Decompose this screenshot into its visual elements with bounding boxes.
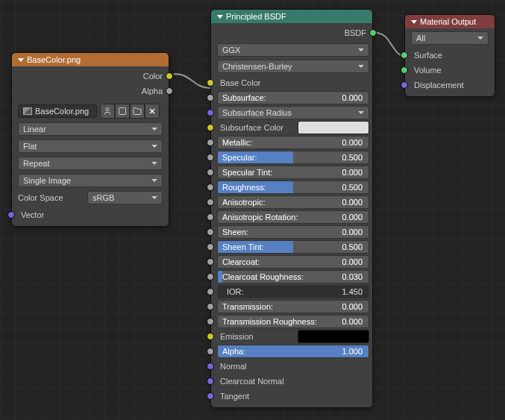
interpolation-dropdown[interactable]: Linear [18,122,163,136]
transmission-roughness-slider[interactable]: Transmission Roughness:0.000 [217,315,369,328]
chevron-down-icon [477,37,483,40]
socket-displacement-in[interactable] [401,81,408,89]
distribution-dropdown[interactable]: GGX [217,43,369,57]
socket-emission-in[interactable] [207,333,214,340]
surface-label: Surface [414,51,442,60]
image-filename: BaseColor.png [35,107,89,116]
material-output-node[interactable]: Material Output All Surface Volume Displ… [404,14,495,97]
metallic-slider[interactable]: Metallic:0.000 [217,136,369,149]
image-icon [23,107,32,115]
image-filename-field[interactable]: BaseColor.png [18,104,97,118]
clearcoat-slider[interactable]: Clearcoat:0.000 [217,255,369,269]
socket-vector-in[interactable] [7,211,15,219]
socket-bsdf-out[interactable] [369,29,377,37]
socket-specular-tint-in[interactable] [207,169,214,176]
socket-volume-in[interactable] [401,66,408,74]
socket-color-out[interactable] [166,72,173,80]
output-bsdf-row: BSDF [217,25,369,40]
projection-dropdown[interactable]: Flat [18,140,163,153]
volume-label: Volume [414,66,442,75]
alpha-slider[interactable]: Alpha:1.000 [217,345,369,358]
svg-point-0 [106,108,109,111]
node-title: Material Output [420,17,476,26]
node-title: Principled BSDF [226,12,286,21]
socket-anisotropic-rotation-in[interactable] [207,213,214,221]
subsurface-radius-dropdown[interactable]: Subsurface Radius [217,106,369,119]
subsurface-slider[interactable]: Subsurface:0.000 [217,91,369,104]
source-dropdown[interactable]: Single Image [18,174,163,187]
socket-tangent-in[interactable] [207,392,214,400]
chevron-down-icon [358,65,364,68]
displacement-label: Displacement [414,81,464,90]
socket-ior-in[interactable] [207,288,214,295]
socket-clearcoat-normal-in[interactable] [207,377,214,385]
node-title: BaseColor.png [27,55,81,64]
socket-normal-in[interactable] [207,363,214,370]
normal-label: Normal [220,362,246,371]
collapse-toggle-icon[interactable] [217,15,223,19]
anisotropic-slider[interactable]: Anisotropic:0.000 [217,195,369,209]
target-dropdown[interactable]: All [411,31,489,45]
sheen-slider[interactable]: Sheen:0.000 [217,225,369,239]
collapse-toggle-icon[interactable] [411,20,417,24]
socket-transmission-roughness-in[interactable] [207,318,214,325]
chevron-down-icon [358,111,364,114]
socket-specular-in[interactable] [207,154,214,161]
anisotropic-rotation-slider[interactable]: Anisotropic Rotation:0.000 [217,210,369,224]
socket-roughness-in[interactable] [207,184,214,191]
specular-slider[interactable]: Specular:0.500 [217,151,369,164]
socket-clearcoat-in[interactable] [207,258,214,266]
chevron-down-icon [151,145,157,148]
clearcoat-roughness-slider[interactable]: Clearcoat Roughness:0.030 [217,270,369,283]
socket-metallic-in[interactable] [207,139,214,146]
socket-subsurface-radius-in[interactable] [207,109,214,116]
principled-bsdf-node[interactable]: Principled BSDF BSDF GGX Christensen-Bur… [210,9,373,408]
colorspace-dropdown[interactable]: sRGB [87,191,163,204]
chevron-down-icon [151,179,157,182]
base-color-label: Base Color [220,78,260,87]
subsurface-color-label: Subsurface Color [217,123,283,132]
emission-color-swatch[interactable] [298,330,369,343]
subsurface-color-swatch[interactable] [298,121,369,134]
fake-user-button[interactable] [100,104,115,119]
socket-sheen-tint-in[interactable] [207,243,214,251]
chevron-down-icon [358,48,364,51]
image-texture-node[interactable]: BaseColor.png Color Alpha BaseColor.png [11,52,169,227]
node-header[interactable]: BaseColor.png [12,53,169,66]
roughness-slider[interactable]: Roughness:0.500 [217,181,369,194]
sss-method-dropdown[interactable]: Christensen-Burley [217,60,369,73]
output-bsdf-label: BSDF [345,28,366,37]
output-alpha-label: Alpha [142,87,163,95]
socket-alpha-in[interactable] [207,348,214,355]
ior-field[interactable]: IOR:1.450 [217,285,369,298]
unlink-image-button[interactable] [145,104,160,119]
node-header[interactable]: Principled BSDF [211,10,372,23]
clearcoat-normal-label: Clearcoat Normal [220,377,284,386]
specular-tint-slider[interactable]: Specular Tint:0.000 [217,166,369,179]
node-header[interactable]: Material Output [405,15,495,28]
socket-transmission-in[interactable] [207,303,214,310]
socket-subsurface-in[interactable] [207,94,214,101]
chevron-down-icon [151,196,157,199]
input-vector-label: Vector [21,210,44,219]
socket-base-color-in[interactable] [207,79,214,87]
output-color-label: Color [143,72,163,81]
socket-subsurface-color-in[interactable] [207,124,214,131]
tangent-label: Tangent [220,392,249,401]
socket-alpha-out[interactable] [166,87,173,95]
collapse-toggle-icon[interactable] [18,58,24,62]
socket-anisotropic-in[interactable] [207,198,214,206]
sheen-tint-slider[interactable]: Sheen Tint:0.500 [217,240,369,254]
output-color-row: Color [18,69,163,83]
emission-label: Emission [217,332,254,341]
socket-surface-in[interactable] [401,51,408,59]
new-image-button[interactable] [115,104,130,119]
socket-sheen-in[interactable] [207,228,214,236]
socket-clearcoat-roughness-in[interactable] [207,273,214,280]
chevron-down-icon [151,128,157,131]
extension-dropdown[interactable]: Repeat [18,157,163,170]
svg-rect-1 [119,108,126,115]
chevron-down-icon [151,162,157,165]
open-image-button[interactable] [130,104,145,119]
transmission-slider[interactable]: Transmission:0.000 [217,300,369,313]
